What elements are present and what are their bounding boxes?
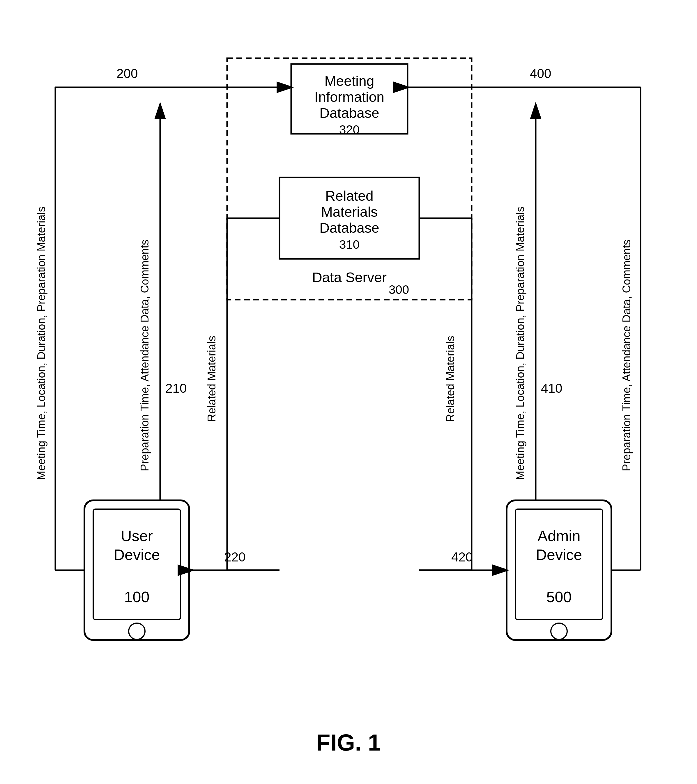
svg-text:Meeting Time, Location, Durati: Meeting Time, Location, Duration, Prepar… <box>35 206 48 480</box>
svg-text:Device: Device <box>114 546 160 563</box>
svg-text:Related Materials: Related Materials <box>444 336 456 422</box>
svg-text:400: 400 <box>530 66 551 81</box>
svg-text:Meeting: Meeting <box>325 73 375 89</box>
svg-text:Database: Database <box>319 105 379 121</box>
svg-text:Admin: Admin <box>537 527 580 544</box>
svg-text:310: 310 <box>339 238 360 251</box>
svg-point-17 <box>129 623 145 639</box>
svg-text:Preparation Time, Attendance D: Preparation Time, Attendance Data, Comme… <box>620 240 633 471</box>
svg-text:Related Materials: Related Materials <box>206 336 218 422</box>
diagram-container: Meeting Information Database 320 Related… <box>0 0 697 784</box>
svg-text:Meeting Time, Location, Durati: Meeting Time, Location, Duration, Prepar… <box>514 206 526 480</box>
svg-text:Preparation Time, Attendance D: Preparation Time, Attendance Data, Comme… <box>139 240 151 471</box>
svg-text:200: 200 <box>116 66 138 81</box>
svg-text:Information: Information <box>314 89 384 105</box>
svg-text:320: 320 <box>339 123 360 137</box>
svg-text:Database: Database <box>319 220 379 236</box>
svg-text:500: 500 <box>547 588 572 605</box>
svg-text:410: 410 <box>541 381 562 395</box>
svg-point-23 <box>551 623 567 639</box>
svg-text:100: 100 <box>124 588 150 605</box>
svg-text:Data Server: Data Server <box>312 270 386 285</box>
svg-text:Related: Related <box>325 188 373 204</box>
svg-text:Materials: Materials <box>321 204 378 220</box>
svg-text:420: 420 <box>451 550 472 564</box>
svg-text:User: User <box>121 527 153 544</box>
svg-text:FIG. 1: FIG. 1 <box>316 730 381 756</box>
svg-text:300: 300 <box>389 283 409 296</box>
svg-text:Device: Device <box>536 546 582 563</box>
svg-text:210: 210 <box>165 381 187 395</box>
